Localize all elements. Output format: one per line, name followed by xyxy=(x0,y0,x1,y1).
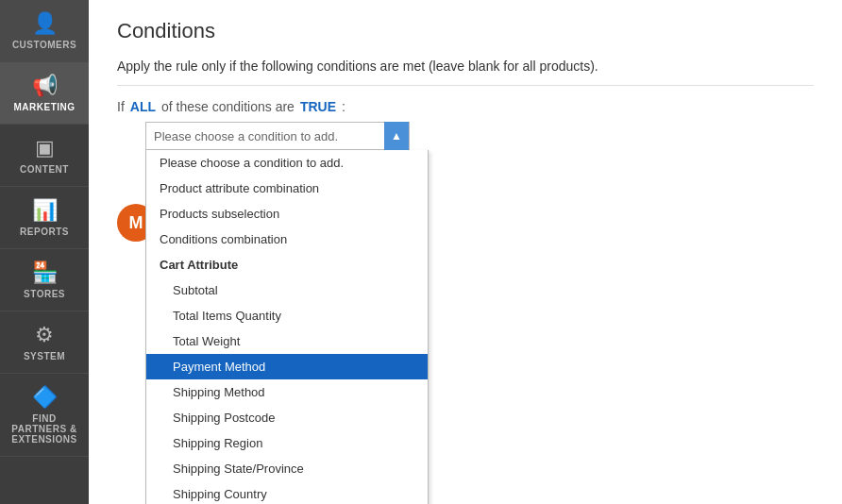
option-cart-attribute-header: Cart Attribute xyxy=(146,252,428,277)
option-placeholder[interactable]: Please choose a condition to add. xyxy=(146,150,428,176)
option-shipping-method[interactable]: Shipping Method xyxy=(146,379,428,405)
marketing-icon: 📢 xyxy=(32,74,58,98)
page-title: Conditions xyxy=(117,19,814,43)
all-label[interactable]: ALL xyxy=(130,99,156,114)
rule-description: Apply the rule only if the following con… xyxy=(117,59,814,86)
option-product-attr-combo[interactable]: Product attribute combination xyxy=(146,176,428,201)
sidebar-label-marketing: MARKETING xyxy=(13,102,75,112)
main-content: Conditions Apply the rule only if the fo… xyxy=(89,0,842,504)
sidebar-label-system: SYSTEM xyxy=(24,351,65,361)
condition-row: If ALL of these conditions are TRUE : xyxy=(117,99,814,114)
option-shipping-region[interactable]: Shipping Region xyxy=(146,430,428,456)
find-partners-icon: 🔷 xyxy=(32,385,58,410)
sidebar-label-stores: STORES xyxy=(24,289,65,299)
option-conditions-combination[interactable]: Conditions combination xyxy=(146,227,428,252)
sidebar: 👤 CUSTOMERS 📢 MARKETING ▣ CONTENT 📊 REPO… xyxy=(0,0,89,504)
dropdown-placeholder: Please choose a condition to add. xyxy=(146,129,384,143)
sidebar-label-reports: REPORTS xyxy=(20,227,69,237)
condition-dropdown-list: Please choose a condition to add. Produc… xyxy=(145,150,429,504)
if-label: If xyxy=(117,99,125,114)
customers-icon: 👤 xyxy=(32,11,58,36)
sidebar-item-stores[interactable]: 🏪 STORES xyxy=(0,249,89,311)
stores-icon: 🏪 xyxy=(32,260,58,285)
middle-text: of these conditions are xyxy=(161,99,295,114)
option-shipping-state[interactable]: Shipping State/Province xyxy=(146,456,428,481)
sidebar-item-marketing[interactable]: 📢 MARKETING xyxy=(0,62,89,125)
sidebar-label-customers: CUSTOMERS xyxy=(12,40,76,50)
content-icon: ▣ xyxy=(35,136,55,160)
true-label[interactable]: TRUE xyxy=(300,99,336,114)
sidebar-label-find-partners: FIND PARTNERS & EXTENSIONS xyxy=(6,413,83,445)
colon: : xyxy=(342,99,345,114)
dropdown-arrow[interactable]: ▲ xyxy=(384,122,409,150)
option-shipping-postcode[interactable]: Shipping Postcode xyxy=(146,405,428,430)
condition-dropdown-trigger[interactable]: Please choose a condition to add. ▲ xyxy=(145,122,410,150)
option-total-items-quantity[interactable]: Total Items Quantity xyxy=(146,303,428,328)
sidebar-item-system[interactable]: ⚙ SYSTEM xyxy=(0,311,89,374)
system-icon: ⚙ xyxy=(35,323,54,347)
option-payment-method[interactable]: Payment Method xyxy=(146,354,428,379)
option-subtotal[interactable]: Subtotal xyxy=(146,277,428,303)
option-shipping-country[interactable]: Shipping Country xyxy=(146,481,428,504)
sidebar-label-content: CONTENT xyxy=(20,164,69,175)
option-products-subselection[interactable]: Products subselection xyxy=(146,201,428,227)
sidebar-item-reports[interactable]: 📊 REPORTS xyxy=(0,187,89,249)
condition-dropdown-container: Please choose a condition to add. ▲ Plea… xyxy=(145,122,410,150)
reports-icon: 📊 xyxy=(32,198,58,223)
option-total-weight[interactable]: Total Weight xyxy=(146,328,428,354)
sidebar-item-content[interactable]: ▣ CONTENT xyxy=(0,125,89,187)
sidebar-item-find-partners[interactable]: 🔷 FIND PARTNERS & EXTENSIONS xyxy=(0,374,89,457)
sidebar-item-customers[interactable]: 👤 CUSTOMERS xyxy=(0,0,89,62)
